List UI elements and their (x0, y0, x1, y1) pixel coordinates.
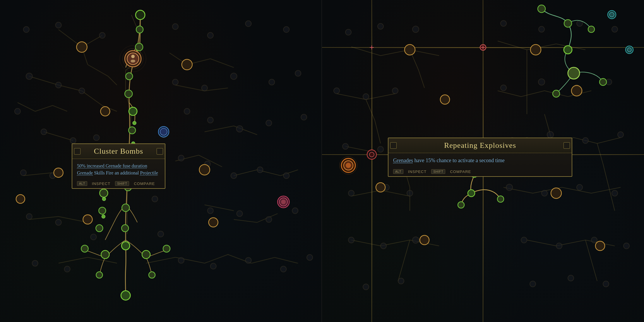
svg-point-104 (54, 168, 63, 177)
svg-point-242 (440, 95, 450, 104)
svg-point-219 (583, 138, 588, 143)
svg-line-156 (521, 91, 544, 97)
svg-point-70 (184, 108, 190, 114)
svg-line-15 (205, 88, 228, 91)
svg-point-98 (152, 196, 158, 202)
svg-point-227 (612, 190, 618, 196)
svg-point-85 (237, 211, 243, 217)
svg-point-69 (70, 138, 76, 143)
svg-line-43 (234, 220, 257, 222)
svg-point-108 (16, 195, 25, 203)
svg-point-120 (129, 107, 137, 115)
svg-line-13 (59, 85, 82, 91)
svg-line-147 (351, 47, 381, 56)
svg-line-40 (234, 170, 257, 176)
compare-label: COMPARE (134, 181, 155, 186)
svg-point-118 (126, 73, 133, 80)
svg-line-26 (88, 257, 117, 263)
svg-point-249 (564, 20, 572, 27)
svg-point-200 (345, 29, 351, 35)
svg-line-32 (88, 65, 108, 76)
svg-point-64 (231, 73, 237, 80)
svg-point-80 (257, 167, 263, 173)
svg-point-140 (102, 197, 106, 201)
svg-point-72 (237, 126, 243, 132)
svg-point-99 (90, 234, 96, 240)
svg-point-83 (56, 220, 61, 225)
svg-line-22 (29, 217, 59, 220)
tooltip-hints-right: ALT INSPECT SHIFT COMPARE (388, 167, 572, 176)
svg-point-95 (93, 135, 99, 141)
svg-line-171 (351, 240, 381, 246)
svg-point-91 (210, 263, 216, 269)
tooltip-title-right: Repeating Explosives (444, 141, 516, 150)
svg-point-92 (245, 257, 251, 263)
shift-key: SHIFT (115, 181, 129, 186)
svg-point-88 (32, 260, 38, 266)
tooltip-stat-1: 50% increased Grenade fuse duration (77, 162, 160, 169)
svg-point-136 (149, 272, 155, 278)
svg-point-210 (501, 85, 506, 91)
svg-line-47 (251, 257, 275, 263)
svg-point-146 (160, 128, 167, 135)
svg-line-45 (205, 254, 228, 263)
svg-point-121 (129, 127, 136, 134)
compare-label-right: COMPARE (450, 169, 471, 174)
svg-point-248 (538, 5, 545, 13)
svg-point-258 (627, 48, 631, 52)
svg-point-278 (346, 163, 351, 168)
svg-point-214 (342, 143, 348, 149)
svg-point-103 (100, 107, 110, 116)
svg-point-243 (571, 85, 582, 96)
screen: Cluster Bombs 50% increased Grenade fuse… (0, 0, 644, 322)
tooltip-hints: ALT INSPECT SHIFT COMPARE (72, 179, 165, 188)
svg-line-189 (597, 143, 603, 164)
svg-point-254 (553, 90, 560, 97)
svg-line-25 (59, 257, 88, 263)
svg-line-154 (366, 94, 395, 100)
svg-point-236 (398, 278, 404, 284)
svg-point-224 (506, 184, 513, 191)
svg-point-240 (405, 44, 415, 55)
svg-point-232 (556, 243, 562, 249)
svg-point-246 (420, 235, 429, 245)
svg-line-48 (275, 257, 298, 263)
svg-line-174 (527, 240, 556, 246)
svg-line-14 (175, 85, 205, 91)
panel-right: Repeating Explosives Grenades have 15% c… (322, 0, 644, 322)
svg-point-141 (102, 215, 105, 218)
svg-point-59 (26, 73, 32, 80)
tooltip-stat-right-1: Grenades have 15% chance to activate a s… (393, 157, 567, 165)
svg-point-247 (595, 241, 605, 251)
alt-key: ALT (77, 181, 87, 186)
repeating-explosives-tooltip: Repeating Explosives Grenades have 15% c… (388, 138, 572, 177)
svg-point-204 (539, 26, 544, 32)
svg-point-274 (458, 202, 464, 208)
tooltip-title-bar-right: Repeating Explosives (388, 138, 572, 153)
svg-point-82 (26, 214, 32, 220)
svg-point-109 (136, 10, 145, 20)
svg-point-202 (412, 26, 419, 32)
svg-point-67 (15, 108, 20, 114)
svg-point-244 (376, 183, 385, 192)
svg-point-220 (618, 132, 624, 138)
svg-line-29 (82, 91, 102, 105)
svg-line-192 (404, 240, 410, 261)
svg-line-164 (597, 138, 621, 143)
svg-point-116 (131, 55, 135, 58)
svg-point-125 (122, 204, 129, 212)
svg-point-126 (121, 225, 129, 232)
svg-line-16 (44, 132, 73, 141)
svg-point-226 (577, 184, 583, 190)
svg-point-230 (412, 237, 419, 243)
svg-line-12 (29, 76, 59, 85)
svg-line-153 (337, 94, 366, 100)
tooltip-title: Cluster Bombs (94, 147, 143, 155)
svg-point-101 (77, 42, 87, 52)
cluster-bombs-tooltip: Cluster Bombs 50% increased Grenade fuse… (72, 143, 165, 189)
svg-line-150 (498, 41, 527, 50)
svg-point-215 (378, 146, 383, 152)
svg-point-105 (199, 165, 210, 175)
svg-point-61 (79, 88, 85, 94)
svg-point-63 (202, 85, 208, 91)
